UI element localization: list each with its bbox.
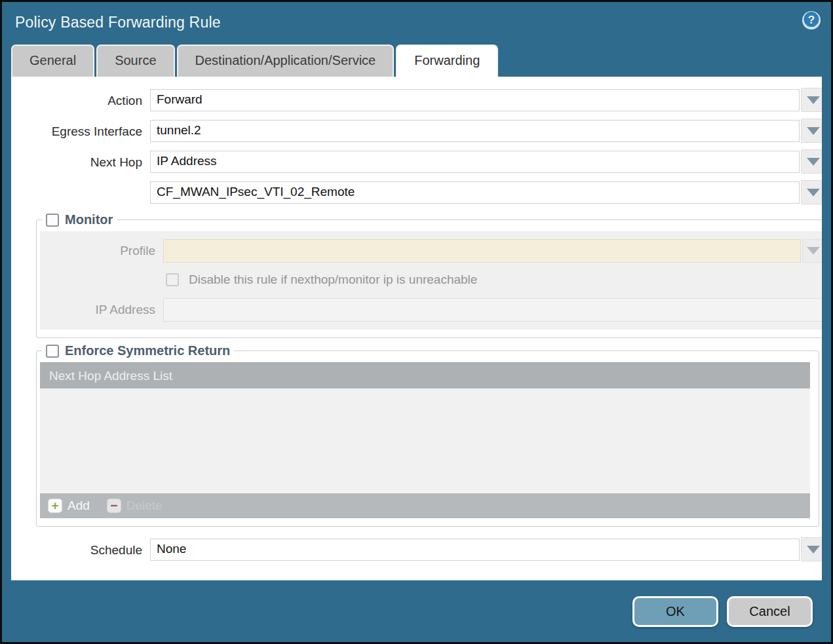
- plus-icon: +: [48, 499, 62, 513]
- symmetric-return-legend: Enforce Symmetric Return: [42, 343, 234, 358]
- minus-icon: −: [107, 499, 121, 513]
- schedule-row: Schedule None: [11, 539, 822, 561]
- next-hop-address-list-toolbar: + Add − Delete: [40, 493, 810, 518]
- egress-interface-select[interactable]: tunnel.2: [150, 120, 800, 142]
- disable-rule-checkbox: [166, 273, 179, 286]
- titlebar: Policy Based Forwarding Rule ?: [2, 2, 831, 45]
- disable-rule-label: Disable this rule if nexthop/monitor ip …: [189, 273, 477, 287]
- next-hop-type-select[interactable]: IP Address: [150, 151, 800, 173]
- help-icon[interactable]: ?: [802, 11, 821, 29]
- monitor-legend-label: Monitor: [65, 212, 113, 227]
- monitor-ip-input: [163, 298, 822, 322]
- tab-forwarding[interactable]: Forwarding: [396, 45, 498, 77]
- forwarding-tab-panel: Action Forward Egress Interface tunnel.2…: [11, 77, 822, 580]
- tab-destination-application-service[interactable]: Destination/Application/Service: [177, 45, 395, 77]
- schedule-select[interactable]: None: [150, 539, 800, 561]
- chevron-down-icon: [807, 546, 820, 554]
- chevron-down-icon: [807, 158, 820, 166]
- next-hop-address-dropdown-button[interactable]: [801, 180, 822, 204]
- profile-label: Profile: [40, 244, 163, 258]
- monitor-ip-label: IP Address: [40, 303, 163, 317]
- dialog-footer: OK Cancel: [2, 580, 831, 627]
- next-hop-address-list-header: Next Hop Address List: [40, 362, 810, 388]
- action-label: Action: [11, 94, 150, 108]
- add-button[interactable]: + Add: [48, 499, 90, 513]
- delete-button: − Delete: [107, 499, 163, 513]
- egress-interface-row: Egress Interface tunnel.2: [11, 120, 822, 143]
- monitor-body: Profile Disable this rule if nexthop/mon…: [40, 231, 822, 330]
- next-hop-dropdown-button[interactable]: [801, 149, 822, 174]
- next-hop-label: Next Hop: [11, 155, 150, 170]
- next-hop-address-list-table: Next Hop Address List + Add − Delete: [40, 362, 810, 518]
- ok-button[interactable]: OK: [632, 596, 718, 627]
- tab-general[interactable]: General: [11, 45, 94, 77]
- action-select[interactable]: Forward: [150, 89, 800, 111]
- symmetric-return-legend-label: Enforce Symmetric Return: [65, 343, 230, 358]
- symmetric-return-checkbox[interactable]: [46, 345, 59, 358]
- monitor-section: Monitor Profile Disable this rule if nex…: [36, 212, 822, 338]
- chevron-down-icon: [807, 96, 820, 104]
- next-hop-address-list-body[interactable]: [40, 388, 810, 493]
- chevron-down-icon: [807, 127, 820, 135]
- monitor-ip-row: IP Address: [40, 298, 822, 322]
- action-row: Action Forward: [11, 89, 822, 112]
- chevron-down-icon: [807, 189, 820, 197]
- monitor-checkbox[interactable]: [46, 214, 59, 227]
- policy-based-forwarding-dialog: Policy Based Forwarding Rule ? General S…: [0, 0, 833, 644]
- profile-select: [163, 239, 801, 263]
- disable-rule-row: Disable this rule if nexthop/monitor ip …: [166, 273, 822, 287]
- tab-source[interactable]: Source: [96, 45, 174, 77]
- next-hop-address-select[interactable]: CF_MWAN_IPsec_VTI_02_Remote: [150, 181, 800, 204]
- schedule-label: Schedule: [11, 543, 150, 558]
- next-hop-address-row: CF_MWAN_IPsec_VTI_02_Remote: [11, 181, 822, 204]
- next-hop-row: Next Hop IP Address: [11, 151, 822, 174]
- tab-bar: General Source Destination/Application/S…: [2, 45, 831, 77]
- action-dropdown-button[interactable]: [801, 88, 822, 112]
- cancel-button[interactable]: Cancel: [727, 596, 813, 627]
- egress-interface-label: Egress Interface: [11, 124, 150, 139]
- schedule-dropdown-button[interactable]: [801, 537, 822, 561]
- dialog-title: Policy Based Forwarding Rule: [15, 14, 831, 31]
- egress-interface-dropdown-button[interactable]: [801, 119, 822, 143]
- profile-dropdown-button: [802, 239, 822, 263]
- symmetric-return-section: Enforce Symmetric Return Next Hop Addres…: [36, 343, 819, 527]
- profile-row: Profile: [40, 239, 822, 263]
- chevron-down-icon: [807, 247, 820, 255]
- monitor-legend: Monitor: [42, 212, 117, 227]
